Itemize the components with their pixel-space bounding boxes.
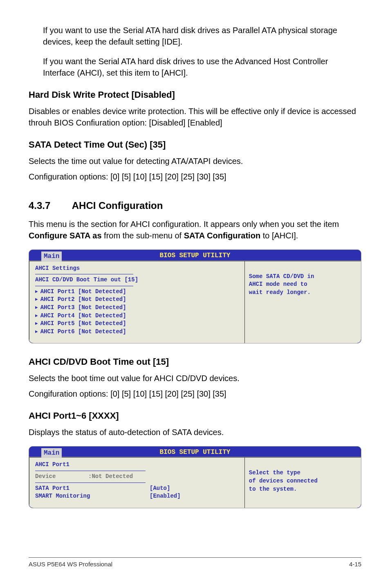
ahci-port-desc: Displays the status of auto-detection of… [29,426,361,438]
desc-part-e: to [AHCI]. [260,231,298,240]
sata-port1-row[interactable]: SATA Port1 [Auto] [35,485,239,493]
sata-detect-timeout-heading: SATA Detect Time Out (Sec) [35] [29,139,361,151]
ahci-port4-label: AHCI Port4 [Not Detected] [40,312,126,320]
hard-disk-write-protect-desc: Disables or enables device write protect… [29,105,361,128]
triangle-icon: ▶ [35,321,38,327]
ahci-port4-row[interactable]: ▶AHCI Port4 [Not Detected] [35,312,239,320]
ahci-port3-row[interactable]: ▶AHCI Port3 [Not Detected] [35,304,239,312]
triangle-icon: ▶ [35,313,38,319]
ahci-port-heading: AHCI Port1~6 [XXXX] [29,410,361,422]
help-line-2: AHCI mode need to [249,281,355,289]
desc-part-b: Configure SATA as [29,231,102,240]
desc-part-a: This menu is the section for AHCI config… [29,220,339,229]
help2-line-3: to the system. [249,485,355,494]
ahci-boot-time-heading: AHCI CD/DVD Boot Time out [15] [29,356,361,368]
sata-detect-timeout-desc2: Configuration options: [0] [5] [10] [15]… [29,171,361,182]
sata-port1-label: SATA Port1 [35,485,150,493]
ahci-settings-title: AHCI Settings [35,265,239,273]
device-label: Device [35,473,88,481]
ahci-port5-label: AHCI Port5 [Not Detected] [40,320,126,328]
ahci-port1-label: AHCI Port1 [Not Detected] [40,288,126,296]
triangle-icon: ▶ [35,305,38,311]
sata-port1-value: [Auto] [150,485,170,493]
help-line-3: wait ready longer. [249,289,355,297]
ahci-port6-label: AHCI Port6 [Not Detected] [40,328,126,336]
ahci-port2-label: AHCI Port2 [Not Detected] [40,296,126,304]
ahci-configuration-heading: 4.3.7 AHCI Configuration [29,199,361,213]
bios-header: Main BIOS SETUP UTILITY [29,250,361,260]
sata-detect-timeout-desc1: Selects the time out value for detecting… [29,155,361,167]
hard-disk-write-protect-heading: Hard Disk Write Protect [Disabled] [29,89,361,101]
ahci-port1-title: AHCI Port1 [35,461,239,469]
section-number: 4.3.7 [29,199,69,213]
help2-line-1: Select the type [249,469,355,477]
smart-monitoring-row[interactable]: SMART Monitoring [Enabled] [35,492,239,500]
smart-monitoring-label: SMART Monitoring [35,492,150,500]
bios-help-pane: Some SATA CD/DVD in AHCI mode need to wa… [245,261,361,343]
page-footer: ASUS P5E64 WS Professional 4-15 [29,557,361,568]
bios-tab-main[interactable]: Main [41,251,62,261]
device-row: Device :Not Detected [35,473,239,481]
footer-left: ASUS P5E64 WS Professional [29,560,112,568]
ahci-port1-row[interactable]: ▶AHCI Port1 [Not Detected] [35,288,239,296]
ahci-port2-row[interactable]: ▶AHCI Port2 [Not Detected] [35,296,239,304]
section-title: AHCI Configuration [72,200,163,211]
smart-monitoring-value: [Enabled] [150,492,181,500]
ahci-port5-row[interactable]: ▶AHCI Port5 [Not Detected] [35,320,239,328]
footer-right: 4-15 [349,560,361,568]
intro-paragraph-1: If you want to use the Serial ATA hard d… [43,25,361,47]
bios-header-title-2: BIOS SETUP UTILITY [160,449,231,456]
bios-panel-ahci-port1: Main BIOS SETUP UTILITY AHCI Port1 Devic… [29,446,361,508]
triangle-icon: ▶ [35,296,38,303]
bios-header-title: BIOS SETUP UTILITY [160,252,231,259]
ahci-boot-time-row[interactable]: AHCI CD/DVD Boot Time out [15] [35,276,239,284]
ahci-port3-label: AHCI Port3 [Not Detected] [40,304,126,312]
ahci-boot-time-desc2: Congifuration options: [0] [5] [10] [15]… [29,388,361,399]
bios-tab-main-2[interactable]: Main [41,448,62,458]
triangle-icon: ▶ [35,289,38,295]
bios-help-pane-2: Select the type of devices connected to … [245,457,361,507]
help-line-1: Some SATA CD/DVD in [249,273,355,281]
desc-part-c: from the sub-menu of [102,231,184,240]
ahci-port6-row[interactable]: ▶AHCI Port6 [Not Detected] [35,328,239,336]
ahci-configuration-desc: This menu is the section for AHCI config… [29,218,361,241]
bios-left-pane-2: AHCI Port1 Device :Not Detected SATA Por… [29,457,245,507]
triangle-icon: ▶ [35,329,38,335]
bios-header-2: Main BIOS SETUP UTILITY [29,447,361,457]
ahci-boot-time-desc1: Selects the boot time out value for AHCI… [29,373,361,384]
bios-left-pane: AHCI Settings AHCI CD/DVD Boot Time out … [29,261,245,343]
intro-paragraph-2: If you want the Serial ATA hard disk dri… [43,56,361,79]
desc-part-d: SATA Configuration [184,231,260,240]
bios-panel-ahci-settings: Main BIOS SETUP UTILITY AHCI Settings AH… [29,249,361,343]
device-value: :Not Detected [88,473,133,481]
help2-line-2: of devices connected [249,477,355,485]
